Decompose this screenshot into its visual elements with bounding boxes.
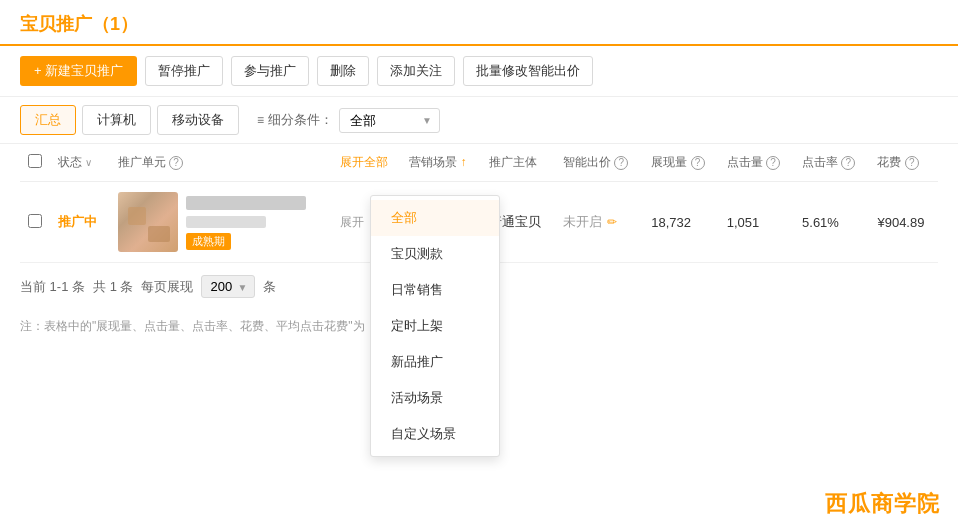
page-container: 宝贝推广（1） + 新建宝贝推广 暂停推广 参与推广 删除 添加关注 批量修改智… <box>0 0 958 531</box>
th-clicks: 点击量 ? <box>719 144 794 182</box>
page-title: 宝贝推广（1） <box>20 12 138 36</box>
product-subtitle-blurred <box>186 214 306 229</box>
pause-button[interactable]: 暂停推广 <box>145 56 223 86</box>
status-sort-icon[interactable]: ∨ <box>85 157 92 168</box>
product-info: 成熟期 <box>118 192 324 252</box>
product-details: 成熟期 <box>186 194 306 250</box>
th-expand[interactable]: 展开全部 <box>332 144 402 182</box>
filter-select-wrapper[interactable]: 全部 宝贝测款 日常销售 定时上架 新品推广 活动场景 自定义场景 ▼ <box>339 108 440 133</box>
filter-label: ≡ 细分条件： <box>257 111 333 129</box>
product-thumbnail <box>118 192 178 252</box>
th-spend: 花费 ? <box>869 144 938 182</box>
watermark: 西瓜商学院 <box>825 489 940 519</box>
pagination-current: 当前 1-1 条 <box>20 278 85 296</box>
th-scene[interactable]: 营销场景 <box>401 144 481 182</box>
row-status: 推广中 <box>50 182 110 263</box>
toolbar: + 新建宝贝推广 暂停推广 参与推广 删除 添加关注 批量修改智能出价 <box>0 46 958 97</box>
scene-dropdown: 全部 宝贝测款 日常销售 定时上架 新品推广 活动场景 自定义场景 <box>370 195 500 457</box>
product-actions: 成熟期 <box>186 233 306 250</box>
tab-pc[interactable]: 计算机 <box>82 105 151 135</box>
tab-summary[interactable]: 汇总 <box>20 105 76 135</box>
per-page-select[interactable]: 50 100 200 500 <box>201 275 255 298</box>
dropdown-item-daily[interactable]: 日常销售 <box>371 272 499 308</box>
pagination-total: 共 1 条 <box>93 278 133 296</box>
row-ctr: 5.61% <box>794 182 869 263</box>
impressions-help-icon[interactable]: ? <box>691 156 705 170</box>
row-impressions: 18,732 <box>643 182 718 263</box>
spend-help-icon[interactable]: ? <box>905 156 919 170</box>
smart-bid-edit-icon[interactable]: ✏ <box>607 215 617 229</box>
row-checkbox[interactable] <box>28 214 42 228</box>
dropdown-item-new[interactable]: 新品推广 <box>371 344 499 380</box>
join-button[interactable]: 参与推广 <box>231 56 309 86</box>
dropdown-item-activity[interactable]: 活动场景 <box>371 380 499 416</box>
blurred-title <box>186 196 306 210</box>
blurred-subtitle <box>186 216 266 228</box>
dropdown-item-custom[interactable]: 自定义场景 <box>371 416 499 452</box>
th-smart-bid: 智能出价 ? <box>555 144 643 182</box>
create-button[interactable]: + 新建宝贝推广 <box>20 56 137 86</box>
batch-edit-button[interactable]: 批量修改智能出价 <box>463 56 593 86</box>
th-status: 状态 ∨ <box>50 144 110 182</box>
pagination-per-page-label: 每页展现 <box>141 278 193 296</box>
row-smart-bid: 未开启 ✏ <box>555 182 643 263</box>
row-clicks: 1,051 <box>719 182 794 263</box>
filter-icon: ≡ <box>257 113 264 127</box>
product-title-blurred <box>186 194 306 210</box>
smart-bid-help-icon[interactable]: ? <box>614 156 628 170</box>
dropdown-item-scheduled[interactable]: 定时上架 <box>371 308 499 344</box>
tab-bar: 汇总 计算机 移动设备 ≡ 细分条件： 全部 宝贝测款 日常销售 定时上架 新品… <box>0 97 958 144</box>
th-subject: 推广主体 <box>481 144 555 182</box>
select-all-checkbox[interactable] <box>28 154 42 168</box>
page-header: 宝贝推广（1） <box>0 0 958 46</box>
table-header-row: 状态 ∨ 推广单元 ? 展开全部 营销场景 推广主体 <box>20 144 938 182</box>
th-impressions: 展现量 ? <box>643 144 718 182</box>
delete-button[interactable]: 删除 <box>317 56 369 86</box>
pagination-unit: 条 <box>263 278 276 296</box>
add-follow-button[interactable]: 添加关注 <box>377 56 455 86</box>
th-checkbox <box>20 144 50 182</box>
clicks-help-icon[interactable]: ? <box>766 156 780 170</box>
ctr-help-icon[interactable]: ? <box>841 156 855 170</box>
row-checkbox-cell <box>20 182 50 263</box>
unit-help-icon[interactable]: ? <box>169 156 183 170</box>
dropdown-item-test[interactable]: 宝贝测款 <box>371 236 499 272</box>
row-spend: ¥904.89 <box>869 182 938 263</box>
scene-filter-select[interactable]: 全部 宝贝测款 日常销售 定时上架 新品推广 活动场景 自定义场景 <box>339 108 440 133</box>
row-unit: 成熟期 <box>110 182 332 263</box>
tab-mobile[interactable]: 移动设备 <box>157 105 239 135</box>
per-page-select-wrapper[interactable]: 50 100 200 500 ▼ <box>201 275 255 298</box>
th-unit: 推广单元 ? <box>110 144 332 182</box>
th-ctr: 点击率 ? <box>794 144 869 182</box>
dropdown-item-all[interactable]: 全部 <box>371 200 499 236</box>
